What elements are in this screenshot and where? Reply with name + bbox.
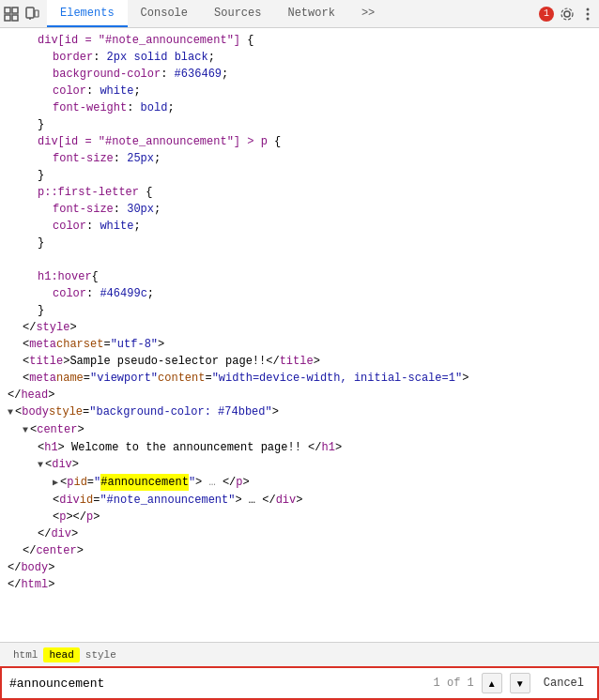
expand-icon[interactable]: ▶ (53, 475, 58, 492)
code-area: div[id = "#note_announcement"] {border: … (0, 28, 599, 642)
breadcrumb-head[interactable]: head (43, 647, 79, 662)
code-line: <p></p> (0, 509, 599, 525)
code-line (0, 251, 599, 268)
code-line: color: white; (0, 218, 599, 235)
code-line: <div id="#note_announcement"> … </div> (0, 492, 599, 509)
main-tabs: Elements Console Sources Network >> (47, 0, 388, 27)
inspect-icon[interactable] (4, 7, 19, 22)
code-line: </head> (0, 387, 599, 403)
device-icon[interactable] (24, 7, 39, 22)
code-line: </style> (0, 319, 599, 336)
code-line: <meta name="viewport" content="width=dev… (0, 370, 599, 387)
code-line: } (0, 302, 599, 319)
svg-point-8 (561, 8, 573, 20)
svg-point-10 (587, 12, 590, 15)
code-line: border: 2px solid black; (0, 49, 599, 66)
code-line: font-size: 25px; (0, 150, 599, 167)
search-next-button[interactable]: ▼ (510, 673, 530, 693)
error-badge: 1 (539, 7, 554, 22)
breadcrumb-html[interactable]: html (8, 647, 43, 662)
svg-point-9 (587, 8, 590, 10)
svg-rect-5 (35, 10, 38, 17)
search-bar: 1 of 1 ▲ ▼ Cancel (0, 666, 599, 700)
tab-network[interactable]: Network (274, 0, 347, 27)
tab-sources[interactable]: Sources (201, 0, 274, 27)
search-prev-button[interactable]: ▲ (482, 673, 502, 693)
svg-point-7 (564, 11, 570, 17)
expand-icon[interactable]: ▼ (38, 457, 43, 474)
code-line: font-weight: bold; (0, 99, 599, 116)
code-line: ▼<center> (0, 421, 599, 439)
code-line: font-size: 30px; (0, 201, 599, 218)
breadcrumb-style[interactable]: style (80, 647, 122, 662)
code-line: } (0, 167, 599, 184)
code-line: <meta charset="utf-8"> (0, 336, 599, 353)
svg-rect-4 (26, 8, 34, 18)
code-line: color: #46499c; (0, 285, 599, 302)
search-input[interactable] (9, 677, 426, 691)
svg-rect-3 (12, 15, 18, 21)
code-line: ▼<div> (0, 456, 599, 474)
code-line: </center> (0, 542, 599, 559)
settings-icon[interactable] (560, 7, 575, 22)
tab-elements[interactable]: Elements (47, 0, 128, 27)
code-line: div[id = "#note_announcement"] > p { (0, 133, 599, 150)
code-line: background-color: #636469; (0, 66, 599, 83)
svg-rect-2 (5, 15, 10, 21)
expand-icon[interactable]: ▼ (23, 422, 28, 439)
more-icon[interactable] (580, 7, 595, 22)
highlighted-text: #announcement (100, 474, 189, 491)
code-line: </body> (0, 559, 599, 576)
svg-rect-1 (12, 8, 18, 13)
devtools-icons (4, 7, 39, 22)
breadcrumb-bar: html head style (0, 642, 599, 666)
code-line: ▶ <p id="#announcement"> … </p> (0, 474, 599, 492)
tab-console[interactable]: Console (128, 0, 201, 27)
expand-icon[interactable]: ▼ (8, 404, 13, 421)
tab-bar: Elements Console Sources Network >> 1 (0, 0, 599, 28)
code-line: div[id = "#note_announcement"] { (0, 32, 599, 49)
code-line: p::first-letter { (0, 184, 599, 201)
code-line: <title>Sample pseudo-selector page!!</ti… (0, 353, 599, 370)
code-line: h1:hover{ (0, 268, 599, 285)
code-line: color: white; (0, 83, 599, 99)
search-cancel-button[interactable]: Cancel (538, 675, 590, 692)
code-line: ▼<body style="background-color: #74bbed"… (0, 403, 599, 421)
svg-point-11 (587, 17, 590, 20)
svg-rect-0 (5, 8, 10, 13)
code-line: </div> (0, 525, 599, 542)
code-line: <h1> Welcome to the announcement page!! … (0, 439, 599, 456)
tab-more[interactable]: >> (348, 0, 388, 27)
code-line: } (0, 235, 599, 251)
code-line: </html> (0, 576, 599, 593)
tab-bar-right: 1 (539, 7, 595, 22)
code-line: } (0, 116, 599, 133)
search-count: 1 of 1 (434, 677, 474, 690)
